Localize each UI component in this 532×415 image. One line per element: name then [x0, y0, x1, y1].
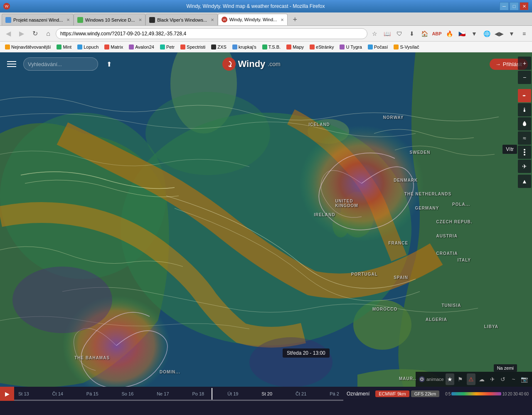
terrain-up-button[interactable]: ▲	[518, 175, 531, 188]
hamburger-icon	[7, 61, 16, 62]
bookmark-estranky[interactable]: eStránky	[307, 44, 336, 50]
bookmark-avalon24[interactable]: Avalon24	[126, 44, 157, 50]
bookmark-pocasi[interactable]: Počasí	[365, 44, 391, 50]
navbar: ◀ ▶ ↻ ⌂ ☆ 📖 🛡 ⬇ 🏠 ABP 🔥 🇨🇿 ▼ 🌐 ◀▶ ▼ ≡	[0, 26, 532, 42]
wind-label[interactable]: Vítr	[502, 145, 517, 154]
airplane-button[interactable]: ✈	[518, 160, 531, 173]
bookmarks-bar: Nejnavštěvovanější Mint Lopuch Matrix Av…	[0, 42, 532, 52]
reload-button[interactable]: ↻	[29, 28, 41, 40]
timeline-pa2[interactable]: Pá 2	[330, 391, 339, 396]
bookmark-mint[interactable]: Mint	[54, 44, 74, 50]
wind-action-icon[interactable]: ~	[509, 373, 518, 385]
hamburger-icon	[7, 64, 16, 64]
windy-logo: Windy.com	[222, 57, 281, 71]
timeline-st13[interactable]: St 13	[18, 391, 29, 396]
bookmark-spectristi[interactable]: Spectristi	[178, 44, 208, 50]
color-scale: 0 5 10 20 30 40 60	[442, 392, 532, 396]
minimize-button[interactable]: ─	[500, 2, 509, 10]
ecmwf-button[interactable]: ECMWF 9km	[375, 390, 409, 397]
bookmark-krupkaj[interactable]: krupkaj's	[230, 44, 259, 50]
tab-projekt[interactable]: Projekt nasazení Wind... ×	[2, 14, 74, 25]
tab-windows10[interactable]: Windows 10 Service D... ×	[74, 14, 145, 25]
temperature-icon[interactable]: 🌡	[518, 103, 531, 116]
timeline-ut19[interactable]: Út 19	[227, 391, 238, 396]
bookmark-lopuch[interactable]: Lopuch	[75, 44, 101, 50]
close-button[interactable]: ✕	[520, 2, 529, 10]
warning-icon[interactable]: ⚠	[467, 373, 476, 385]
timeline-cursor	[212, 388, 212, 400]
svg-point-11	[12, 267, 112, 333]
new-tab-button[interactable]: +	[289, 14, 301, 25]
bookmark-mapy[interactable]: Mapy	[284, 44, 306, 50]
bookmark-tsb[interactable]: T.S.B.	[260, 44, 283, 50]
download-icon[interactable]: ⬇	[406, 28, 417, 39]
titlebar: W Windy, Windyty. Wind map & weather for…	[0, 0, 532, 12]
forward-button[interactable]: ▶	[16, 28, 27, 40]
camera-icon[interactable]: 📷	[520, 373, 529, 385]
favorite-icon[interactable]: ★	[446, 373, 455, 385]
windy-icon	[222, 57, 236, 71]
play-button[interactable]: ▶	[0, 387, 14, 401]
weather-icon[interactable]: ☁	[477, 373, 486, 385]
shield-icon: 🛡	[394, 28, 405, 39]
na-zemi-label[interactable]: Na zemi	[494, 364, 517, 372]
flag-action-icon[interactable]: ⚑	[456, 373, 465, 385]
nav-icon3[interactable]: ▼	[506, 28, 517, 39]
bookmark-nejnavstevovanejsi[interactable]: Nejnavštěvovanější	[2, 44, 53, 50]
home-button[interactable]: ⌂	[42, 28, 54, 40]
adblock-icon[interactable]: ABP	[431, 28, 442, 39]
timeline-progress-bar	[14, 400, 343, 401]
model-buttons: ECMWF 9km GFS 22km	[373, 390, 442, 397]
wind-layer-button[interactable]	[518, 89, 531, 102]
timeline-po18[interactable]: Po 18	[192, 391, 204, 396]
timeline-pa15[interactable]: Pá 15	[86, 391, 99, 396]
tab-blackviper[interactable]: Black Viper's Windows... ×	[145, 14, 217, 25]
url-bar[interactable]	[56, 28, 367, 39]
right-sidebar: + − 🌡 ≈ ✈ ▲	[517, 57, 532, 188]
bookmark-svysilac[interactable]: S-Vysílač	[391, 44, 421, 50]
refresh-icon[interactable]: ↺	[498, 373, 507, 385]
home-nav-icon[interactable]: 🏠	[419, 28, 430, 39]
timeline-ne17[interactable]: Ne 17	[157, 391, 169, 396]
timeline-so16[interactable]: So 16	[122, 391, 134, 396]
firesomething-icon[interactable]: 🔥	[444, 28, 455, 39]
back-button[interactable]: ◀	[2, 28, 14, 40]
windy-header: Vyhledávání... ⬆ Windy.com → Přihlásit	[0, 52, 532, 76]
menu-button[interactable]	[4, 57, 19, 72]
zoom-out-button[interactable]: −	[518, 71, 531, 84]
tabbar: Projekt nasazení Wind... × Windows 10 Se…	[0, 12, 532, 26]
timeline-ct14[interactable]: Čt 14	[52, 391, 63, 396]
plane-icon[interactable]: ✈	[488, 373, 497, 385]
reader-icon[interactable]: 📖	[382, 28, 392, 39]
bookmark-matrix[interactable]: Matrix	[102, 44, 126, 50]
bookmark-utygra[interactable]: U Tygra	[337, 44, 364, 50]
timeline-labels: St 13 Čt 14 Pá 15 So 16 Ne 17 Po 18 Út 1…	[18, 391, 339, 396]
hamburger-icon	[7, 66, 16, 67]
rain-button[interactable]	[518, 117, 531, 131]
waves-button[interactable]: ≈	[518, 131, 531, 145]
animace-label: animace	[419, 376, 444, 382]
nav-icon2[interactable]: ◀▶	[494, 28, 505, 39]
globe-icon[interactable]: 🌐	[481, 28, 492, 39]
share-button[interactable]: ⬆	[102, 57, 116, 71]
timeline-ct21[interactable]: Čt 21	[296, 391, 306, 396]
bookmark-star-icon[interactable]: ☆	[369, 28, 380, 39]
action-row: animace ★ ⚑ ⚠ ☁ ✈ ↺ ~ 📷	[416, 372, 532, 387]
window-title: Windy, Windyty. Wind map & weather forec…	[12, 3, 500, 9]
zoom-in-button[interactable]: +	[518, 57, 531, 70]
dropdown-icon[interactable]: ▼	[469, 28, 480, 39]
search-input[interactable]: Vyhledávání...	[23, 57, 98, 71]
more-button[interactable]	[518, 146, 531, 159]
tab-windy[interactable]: W Windy, Windyty. Wind... ×	[218, 14, 288, 25]
bookmark-zxs[interactable]: ZXS	[209, 44, 229, 50]
wind-map[interactable]	[0, 52, 532, 401]
timeline[interactable]: St 13 Čt 14 Pá 15 So 16 Ne 17 Po 18 Út 1…	[14, 387, 343, 401]
gfs-button[interactable]: GFS 22km	[411, 390, 440, 397]
menu-icon[interactable]: ≡	[519, 28, 530, 39]
oznaceni-label: Oznámení	[343, 391, 373, 397]
timeline-st20[interactable]: St 20	[261, 391, 272, 396]
maximize-button[interactable]: □	[510, 2, 519, 10]
bookmark-petr[interactable]: Petr	[158, 44, 177, 50]
scale-bar	[451, 392, 501, 395]
svg-point-12	[249, 337, 332, 387]
